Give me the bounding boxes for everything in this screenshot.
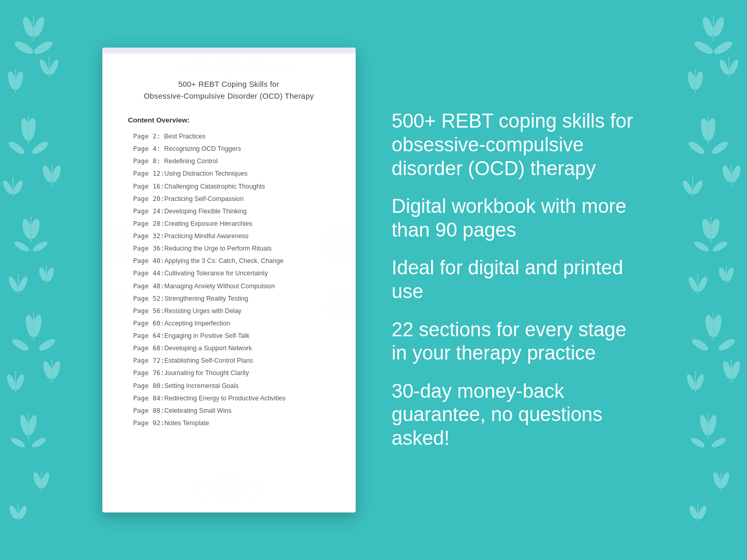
svg-point-35 [10,337,30,353]
highlight-text-0: 500+ REBT coping skills for obsessive-co… [392,110,640,180]
svg-point-144 [710,436,727,449]
svg-point-121 [693,240,710,253]
svg-point-133 [717,337,737,353]
toc-title: Celebrating Small Wins [164,407,232,414]
svg-point-17 [11,179,24,196]
toc-title: Recognizing OCD Triggers [164,145,241,152]
document-preview: 500+ REBT Coping Skills for Obsessive-Co… [102,48,356,512]
svg-point-46 [10,436,26,449]
svg-point-2 [13,39,35,56]
text-panel: 500+ REBT coping skills for obsessive-co… [376,99,645,460]
toc-item: Page 64:Engaging in Positive Self-Talk [133,330,335,342]
toc-item: Page 68:Developing a Support Network [133,342,335,354]
toc-item: Page 48:Managing Anxiety Without Compuls… [133,280,335,292]
toc-item: Page 56:Resisting Urges with Delay [133,305,335,317]
svg-point-47 [31,436,47,449]
toc-title: Applying the 3 Cs: Catch, Check, Change [164,257,284,265]
toc-page-num: Page 4: [133,143,164,154]
toc-page-num: Page 76: [133,367,164,379]
floral-right-svg [680,0,747,560]
toc-title: Resisting Urges with Delay [164,307,241,315]
toc-item: Page 76:Journaling for Thought Clarity [133,367,335,379]
toc-title: Practicing Mindful Awareness [164,232,249,240]
doc-top-decoration [151,55,307,77]
toc-title: Challenging Catastrophic Thoughts [164,183,265,190]
document-title: 500+ REBT Coping Skills for Obsessive-Co… [123,79,335,102]
svg-point-13 [7,139,27,156]
toc-title: Strengthening Reality Testing [164,295,248,302]
toc-title: Redefining Control [164,158,218,165]
toc-list: Page 2:Best PracticesPage 4:Recognizing … [123,130,335,429]
toc-item: Page 12:Using Distraction Techniques [133,167,335,180]
svg-point-14 [31,139,50,156]
floral-right-decoration [680,0,747,560]
highlight-text-4: 30-day money-back guarantee, no question… [392,380,640,450]
toc-title: Developing a Support Network [164,345,252,352]
svg-point-132 [690,337,710,353]
svg-point-114 [691,179,704,196]
svg-point-24 [13,240,31,253]
toc-title: Using Distraction Techniques [164,170,248,177]
toc-page-num: Page 12: [133,167,164,179]
toc-item: Page 80:Setting Incremental Goals [133,380,335,392]
toc-title: Establishing Self-Control Plans [164,357,253,364]
svg-point-25 [32,240,49,253]
document-title-line1: 500+ REBT Coping Skills for [178,80,280,88]
svg-point-16 [1,179,14,196]
main-content: 500+ REBT Coping Skills for Obsessive-Co… [67,0,680,560]
toc-item: Page 32:Practicing Mindful Awareness [133,230,335,242]
toc-item: Page 8:Redefining Control [133,155,335,167]
svg-point-100 [712,39,734,56]
floral-left-decoration [0,0,67,560]
toc-item: Page 44:Cultivating Tolerance for Uncert… [133,267,335,279]
svg-point-111 [710,139,730,156]
toc-item: Page 88:Celebrating Small Wins [133,405,335,417]
highlight-text-1: Digital workbook with more than 90 pages [392,195,640,242]
toc-title: Reducing the Urge to Perform Rituals [164,245,272,252]
toc-item: Page 4:Recognizing OCD Triggers [133,143,335,155]
svg-point-143 [690,436,706,449]
svg-point-3 [32,39,54,56]
toc-item: Page 20:Practicing Self-Compassion [133,193,335,205]
toc-item: Page 36:Reducing the Urge to Perform Rit… [133,242,335,255]
toc-title: Creating Exposure Hierarchies [164,220,252,227]
floral-left-svg [0,0,67,560]
toc-title: Redirecting Energy to Productive Activit… [164,395,286,402]
toc-item: Page 84:Redirecting Energy to Productive… [133,392,335,405]
toc-page-num: Page 80: [133,380,164,392]
content-overview-label: Content Overview: [123,116,335,124]
svg-point-110 [687,139,707,156]
toc-page-num: Page 88: [133,405,164,416]
document-title-line2: Obsessive-Compulsive Disorder (OCD) Ther… [144,91,314,100]
doc-mandala-left [102,203,139,357]
toc-page-num: Page 8: [133,155,164,167]
toc-title: Accepting Imperfection [164,320,230,327]
toc-page-num: Page 16: [133,180,164,192]
toc-title: Notes Template [164,419,209,427]
toc-title: Setting Incremental Goals [164,382,239,390]
svg-point-95 [195,482,211,497]
svg-point-36 [37,337,57,353]
toc-page-num: Page 92: [133,417,164,429]
svg-point-99 [693,39,715,56]
toc-item: Page 28:Creating Exposure Hierarchies [133,217,335,230]
toc-item: Page 40:Applying the 3 Cs: Catch, Check,… [133,255,335,267]
svg-point-113 [681,179,694,196]
toc-item: Page 2:Best Practices [133,130,335,143]
toc-page-num: Page 2: [133,130,164,142]
svg-point-96 [247,482,263,497]
toc-item: Page 72:Establishing Self-Control Plans [133,354,335,367]
toc-item: Page 92:Notes Template [133,417,335,429]
toc-title: Developing Flexible Thinking [164,208,247,215]
toc-item: Page 24:Developing Flexible Thinking [133,205,335,217]
toc-page-num: Page 84: [133,392,164,404]
toc-title: Engaging in Positive Self-Talk [164,332,250,339]
highlight-text-2: Ideal for digital and printed use [392,256,640,303]
toc-title: Practicing Self-Compassion [164,195,244,203]
toc-title: Journaling for Thought Clarity [164,369,249,377]
toc-title: Cultivating Tolerance for Uncertainty [164,270,268,277]
toc-item: Page 52:Strengthening Reality Testing [133,292,335,305]
toc-title: Best Practices [164,133,206,140]
doc-bottom-decoration [177,474,281,507]
toc-title: Managing Anxiety Without Compulsion [164,283,275,290]
